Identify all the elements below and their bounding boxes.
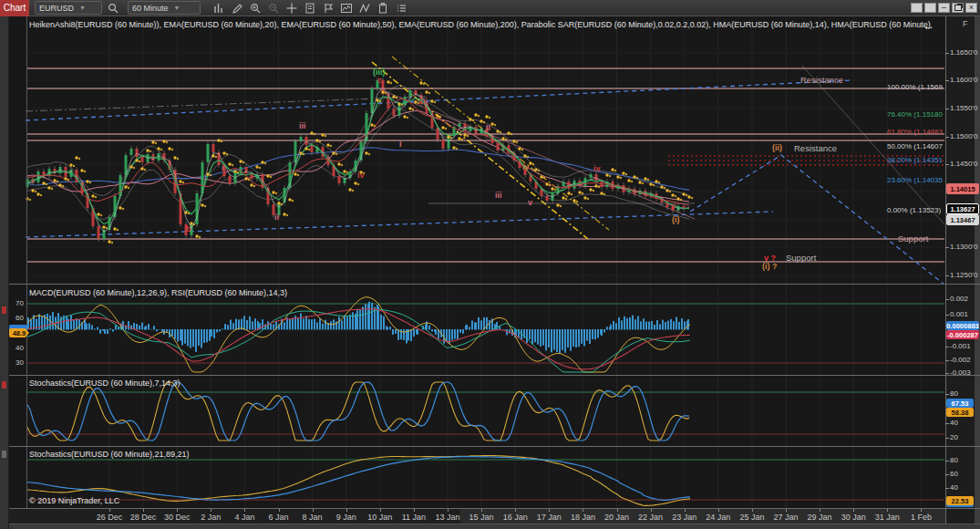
price-badge: 1.13467 xyxy=(946,214,979,225)
date-tickmark xyxy=(887,509,888,512)
tab-chart[interactable]: Chart xyxy=(0,0,29,16)
data-grid-icon[interactable] xyxy=(375,1,390,15)
stoch2-value-badge: 22.53 xyxy=(946,496,974,505)
fib-level-label: 0.00% (1.13523) xyxy=(887,206,944,214)
panel-divider[interactable] xyxy=(9,446,980,447)
macd-value-badge: -0.000287 xyxy=(946,330,979,339)
stochastics2-canvas[interactable] xyxy=(9,447,945,508)
macd-rsi-canvas[interactable] xyxy=(9,285,945,375)
restore-button[interactable] xyxy=(952,3,964,13)
fib-level-label: 76.40% (1.15180 xyxy=(887,110,944,119)
date-tick-label: 8 Jan xyxy=(303,513,323,522)
date-tickmark xyxy=(380,509,381,512)
zoom-in-icon[interactable] xyxy=(247,1,263,15)
price-axis-tickmark xyxy=(945,53,949,54)
interval-select[interactable]: 60 Minute ▼ xyxy=(128,1,201,15)
new-note-icon[interactable] xyxy=(302,1,317,15)
date-tickmark xyxy=(617,509,618,512)
date-tickmark xyxy=(752,509,753,512)
date-tick-label: 31 Jan xyxy=(875,513,900,522)
plot-left-border xyxy=(26,16,27,508)
toolbar: Chart EURUSD ▼ 60 Minute ▼ – × xyxy=(0,0,980,16)
price-axis-tickmark xyxy=(945,164,949,165)
stoch2-axis-tick-mark xyxy=(945,488,949,489)
crosshair-icon[interactable] xyxy=(284,1,299,15)
stoch1-axis-tick-mark xyxy=(945,394,949,395)
panel-button-1[interactable] xyxy=(911,3,923,13)
search-icon[interactable] xyxy=(105,1,120,15)
date-tick-label: 20 Jan xyxy=(604,513,629,522)
fib-level-label: 38.20% (1.14351 xyxy=(887,156,944,164)
flag-icon[interactable] xyxy=(320,1,335,15)
date-tickmark xyxy=(279,509,280,512)
indicator-chart-icon[interactable] xyxy=(338,1,354,15)
macd-axis-tick-mark xyxy=(945,373,949,374)
fib-level-label: 50.00% (1.14607 xyxy=(887,142,944,150)
date-tick-label: 25 Jan xyxy=(739,513,764,522)
macd-axis-tick-mark xyxy=(945,299,949,300)
date-tickmark xyxy=(448,509,449,512)
date-tickmark xyxy=(685,509,686,512)
draw-pencil-icon[interactable] xyxy=(229,1,244,15)
stoch1-axis-tick-mark xyxy=(945,423,949,424)
date-tick-label: 10 Jan xyxy=(367,513,392,522)
date-tickmark xyxy=(143,509,144,512)
session-highlight xyxy=(460,509,945,524)
date-tickmark xyxy=(583,509,583,512)
left-panel-strip[interactable] xyxy=(0,16,9,529)
date-tick-label: 13 Jan xyxy=(435,513,459,522)
date-tickmark xyxy=(786,509,787,512)
zoom-out-icon[interactable] xyxy=(265,1,281,15)
panel-divider[interactable] xyxy=(9,508,980,509)
date-tick-label: 22 Jan xyxy=(638,513,663,522)
date-tickmark xyxy=(651,509,652,512)
stoch1-value-badge: 67.53 xyxy=(946,399,974,408)
date-tick-label: 6 Jan xyxy=(268,513,288,522)
main-chart-canvas[interactable] xyxy=(9,16,945,284)
date-tick-label: 4 Jan xyxy=(234,513,254,522)
price-axis-tickmark xyxy=(945,80,949,81)
date-tickmark xyxy=(853,509,854,512)
date-tickmark xyxy=(549,509,550,512)
date-tickmark xyxy=(718,509,719,512)
chevron-down-icon: ▼ xyxy=(174,5,181,11)
price-axis[interactable] xyxy=(945,16,975,524)
panel-grip-red xyxy=(2,381,6,389)
stochastics1-canvas[interactable] xyxy=(9,376,945,446)
focus-corner-label: F xyxy=(963,19,968,28)
panel-button-2[interactable] xyxy=(924,3,936,13)
chart-style-icon[interactable] xyxy=(211,1,226,15)
time-axis[interactable]: 26 Dec28 Dec30 Dec2 Jan4 Jan6 Jan8 Jan9 … xyxy=(9,509,945,524)
panel-divider[interactable] xyxy=(9,375,980,376)
fib-level-label: 61.80% (1.14883 xyxy=(887,128,944,136)
date-tickmark xyxy=(244,509,245,512)
date-tickmark xyxy=(481,509,482,512)
date-tick-label: 28 Dec xyxy=(130,513,157,522)
minimize-button[interactable]: – xyxy=(938,3,950,13)
macd-axis-tick-mark xyxy=(945,315,949,316)
scroll-back-arrow-icon[interactable]: ← xyxy=(923,19,934,33)
date-tickmark xyxy=(921,509,922,512)
date-tick-label: 30 Jan xyxy=(841,513,866,522)
chevron-down-icon: ▼ xyxy=(79,5,86,11)
date-tickmark xyxy=(414,509,415,512)
interval-value: 60 Minute xyxy=(132,4,169,13)
ninjatrader-chart-window: Chart EURUSD ▼ 60 Minute ▼ – × xyxy=(0,0,980,529)
price-badge: 1.13627 xyxy=(946,203,979,214)
date-tickmark xyxy=(820,509,820,512)
price-badge: 1.14015 xyxy=(946,183,979,194)
fib-level-label: 100.00% (1.1569 xyxy=(887,83,944,91)
trend-line-icon[interactable] xyxy=(356,1,372,15)
date-tick-label: 26 Dec xyxy=(97,513,123,522)
properties-list-icon[interactable] xyxy=(393,1,408,15)
date-tickmark xyxy=(515,509,516,512)
close-button[interactable]: × xyxy=(965,3,977,13)
fib-level-label: 23.60% (1.14035 xyxy=(887,176,944,184)
macd-value-badge: 0.0000883 xyxy=(946,321,979,330)
instrument-select[interactable]: EURUSD ▼ xyxy=(35,1,102,15)
date-tickmark xyxy=(177,509,178,512)
panel-grip-red xyxy=(2,306,6,314)
date-tick-label: 29 Jan xyxy=(808,513,832,522)
date-tick-label: 24 Jan xyxy=(706,513,730,522)
panel-divider[interactable] xyxy=(9,284,980,285)
